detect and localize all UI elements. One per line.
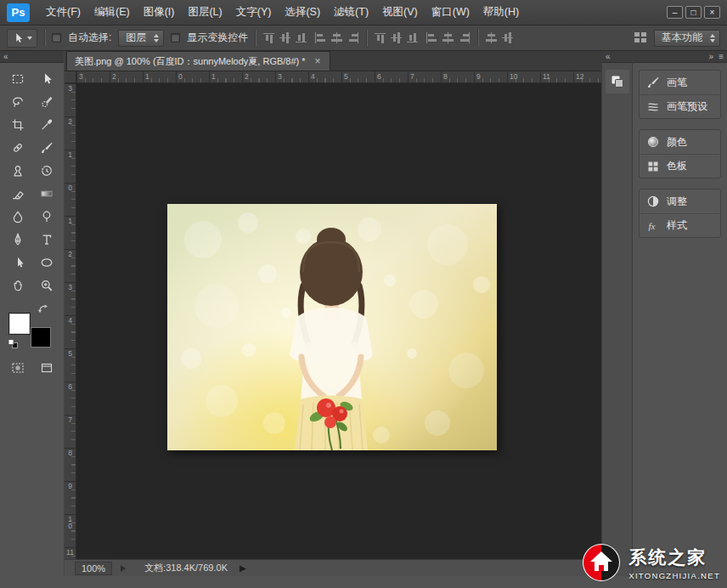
ruler-number: 3	[66, 83, 74, 116]
zoom-level-field[interactable]: 100%	[75, 562, 112, 575]
workspace: «	[0, 51, 727, 588]
distribute-group-vertical	[374, 32, 419, 43]
align-bottom-edges-icon[interactable]	[295, 32, 307, 43]
distribute-bottom-edges-icon[interactable]	[406, 32, 419, 43]
minimize-button[interactable]: –	[667, 6, 683, 19]
menu-item[interactable]: 文字(Y)	[230, 3, 278, 22]
panel-group-adjust: 调整 fx 样式	[639, 189, 721, 238]
close-button[interactable]: ×	[704, 6, 720, 19]
brush-tool[interactable]	[35, 137, 59, 159]
panel-button-swatches[interactable]: 色板	[640, 154, 720, 178]
rectangular-marquee-tool[interactable]	[6, 68, 30, 90]
collapsed-panel-button[interactable]	[606, 70, 629, 93]
brush-panel-icon	[646, 76, 660, 89]
clone-stamp-tool[interactable]	[6, 160, 30, 182]
menu-item[interactable]: 帮助(H)	[477, 3, 525, 22]
document-tab[interactable]: 美图.png @ 100% (百度ID：sunnyMelody夏, RGB/8#…	[66, 51, 330, 71]
gradient-tool[interactable]	[35, 183, 59, 205]
panel-label: 调整	[667, 195, 687, 209]
ruler-number: 4	[66, 315, 74, 348]
panel-button-adjustments[interactable]: 调整	[640, 189, 720, 213]
menu-item[interactable]: 图层(L)	[182, 3, 228, 22]
align-left-edges-icon[interactable]	[314, 32, 327, 43]
screen-mode-button[interactable]	[35, 358, 59, 378]
menu-item[interactable]: 滤镜(T)	[328, 3, 375, 22]
lasso-tool[interactable]	[6, 91, 30, 113]
panel-button-color[interactable]: 颜色	[640, 130, 720, 154]
workspace-dropdown[interactable]: 基本功能	[654, 30, 720, 47]
hand-tool[interactable]	[6, 274, 30, 297]
quick-mask-button[interactable]	[6, 358, 30, 378]
eraser-tool[interactable]	[6, 183, 30, 205]
toolbox: «	[0, 51, 65, 576]
background-color-swatch[interactable]	[31, 327, 51, 348]
close-tab-icon[interactable]: ×	[314, 55, 322, 67]
distribute-spacing-horizontal-icon[interactable]	[485, 32, 498, 43]
zoom-tool[interactable]	[35, 274, 59, 297]
distribute-horizontal-centers-icon[interactable]	[442, 32, 454, 43]
dodge-tool[interactable]	[35, 206, 59, 228]
shape-tool[interactable]	[35, 252, 59, 274]
tool-preset-picker[interactable]	[7, 29, 37, 48]
default-colors-icon[interactable]	[8, 339, 19, 349]
separator	[477, 30, 478, 47]
path-selection-tool[interactable]	[6, 252, 30, 274]
foreground-color-swatch[interactable]	[9, 314, 30, 334]
collapse-strip-icon[interactable]: «	[606, 52, 611, 62]
canvas-area: 3210123456789101112 3210123456789101112	[65, 71, 601, 559]
menu-item[interactable]: 图像(I)	[138, 3, 181, 22]
panel-menu-icon[interactable]: ≡	[719, 52, 724, 62]
updown-arrows-icon	[154, 34, 159, 42]
move-tool[interactable]	[35, 68, 59, 90]
distribute-spacing-group	[485, 32, 514, 43]
panel-button-brush[interactable]: 画笔	[640, 71, 720, 94]
type-tool[interactable]	[35, 229, 59, 251]
auto-select-target-dropdown[interactable]: 图层	[118, 30, 164, 47]
history-brush-tool[interactable]	[35, 160, 59, 182]
swap-colors-icon[interactable]	[37, 303, 48, 314]
collapse-dock-icon[interactable]: »	[709, 52, 714, 62]
vertical-ruler[interactable]: 3210123456789101112	[65, 83, 76, 559]
status-menu-icon[interactable]: ▶	[240, 563, 246, 573]
distribute-vertical-centers-icon[interactable]	[390, 32, 403, 43]
document-image[interactable]	[167, 204, 497, 450]
menu-item[interactable]: 文件(F)	[40, 3, 87, 22]
ruler-number: 5	[66, 348, 74, 382]
maximize-button[interactable]: □	[685, 6, 702, 19]
ruler-number: 1	[143, 71, 176, 82]
panel-button-styles[interactable]: fx 样式	[640, 213, 720, 237]
align-top-edges-icon[interactable]	[262, 32, 275, 43]
pen-tool[interactable]	[6, 229, 30, 251]
ruler-number: 11	[540, 71, 573, 82]
panel-button-brush-presets[interactable]: 画笔预设	[640, 94, 720, 118]
crop-icon	[11, 118, 25, 132]
crop-tool[interactable]	[6, 114, 30, 136]
gradient-icon	[40, 187, 54, 201]
distribute-top-edges-icon[interactable]	[374, 32, 386, 43]
spot-healing-brush-tool[interactable]	[6, 137, 30, 159]
collapse-toolbox-icon[interactable]: «	[3, 52, 8, 62]
blur-tool[interactable]	[6, 206, 30, 228]
align-vertical-centers-icon[interactable]	[279, 32, 291, 43]
auto-select-checkbox[interactable]	[52, 33, 61, 42]
eyedropper-tool[interactable]	[35, 114, 59, 136]
menu-item[interactable]: 视图(V)	[376, 3, 424, 22]
eraser-icon	[11, 187, 25, 201]
canvas[interactable]	[76, 83, 601, 559]
separator	[44, 30, 45, 47]
quick-selection-tool[interactable]	[35, 91, 59, 113]
menu-item[interactable]: 选择(S)	[279, 3, 326, 22]
horizontal-ruler[interactable]: 3210123456789101112	[76, 71, 601, 83]
workspace-switcher-icon[interactable]	[634, 32, 647, 43]
document-size-info: 文档:318.4K/769.0K	[144, 562, 228, 574]
show-transform-checkbox[interactable]	[171, 33, 180, 42]
align-horizontal-centers-icon[interactable]	[330, 32, 343, 43]
distribute-spacing-vertical-icon[interactable]	[501, 32, 514, 43]
menu-item[interactable]: 编辑(E)	[88, 3, 136, 22]
styles-panel-icon: fx	[646, 219, 660, 233]
align-right-edges-icon[interactable]	[347, 32, 359, 43]
menu-item[interactable]: 窗口(W)	[425, 3, 476, 22]
panel-dock: » ≡ 画笔 画笔预设 颜色	[632, 51, 727, 576]
distribute-left-edges-icon[interactable]	[425, 32, 438, 43]
distribute-right-edges-icon[interactable]	[458, 32, 471, 43]
